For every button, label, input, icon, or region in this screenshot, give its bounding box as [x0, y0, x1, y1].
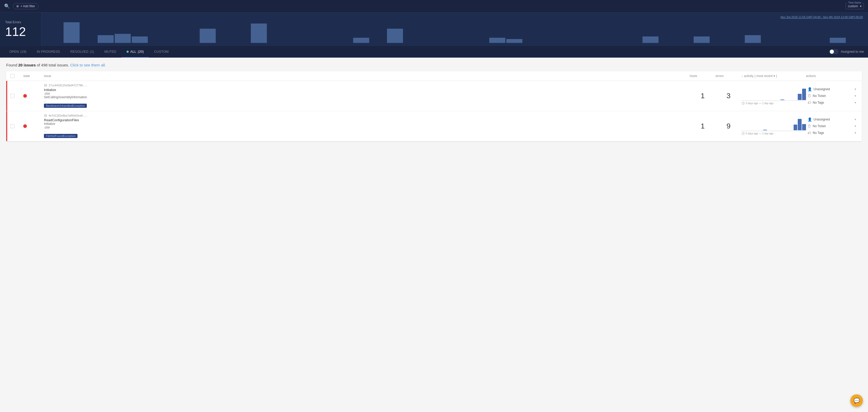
timeframe-selector[interactable]: Time frame custom ▾ — [845, 3, 864, 9]
row1-tags-label: No Tags — [813, 101, 824, 105]
found-count: 20 issues — [18, 63, 36, 67]
spark-bar — [802, 124, 806, 130]
header-state: state — [23, 74, 44, 78]
chevron-down-icon: ▾ — [855, 124, 856, 128]
row1-state-dot — [23, 94, 27, 98]
spark-bar — [780, 99, 784, 100]
row1-checkbox[interactable] — [10, 94, 14, 98]
row2-ticket[interactable]: 🗒 No Ticket ▾ — [806, 123, 858, 129]
row1-dashed-line — [741, 100, 806, 101]
chevron-down-icon: ▾ — [855, 94, 856, 98]
row2-sparkline: 🕐 5 days ago — 1 day ago — [741, 117, 806, 135]
row2-checkbox-cell[interactable] — [10, 124, 23, 128]
add-filter-button[interactable]: ⊕ + Add filter — [13, 3, 38, 9]
bar-chart — [46, 21, 863, 44]
table-row: ID 4efd1182e8ba7a89dd3ea6... ReadConfigu… — [6, 111, 862, 141]
row2-time-range: 🕐 5 days ago — 1 day ago — [741, 132, 806, 135]
chart-date-range[interactable]: Nov 3rd 2018 11:55 GMT-04:00 - Nov 9th 2… — [46, 16, 863, 19]
toggle-knob — [830, 50, 834, 54]
row1-sparkline: 🕐 3 days ago — 1 day ago — [741, 87, 806, 105]
row1-assignee[interactable]: 👤 Unassigned ▾ — [806, 86, 858, 92]
row2-subtitle: Initialize — [44, 122, 690, 126]
ticket-icon: 🗒 — [808, 124, 811, 128]
header-activity[interactable]: ↓ activity ( Most Recent ▾ ) — [741, 74, 806, 78]
nav-tabs: OPEN (19) IN PROGRESS RESOLVED (1) MUTED… — [0, 46, 868, 58]
row1-assignee-label: Unassigned — [813, 87, 830, 91]
row1-time-range: 🕐 3 days ago — 1 day ago — [741, 102, 806, 105]
row2-id: ID 4efd1182e8ba7a89dd3ea6... — [44, 114, 690, 117]
row2-actions: 👤 Unassigned ▾ 🗒 No Ticket ▾ 🏷 No Tags ▾ — [806, 117, 858, 136]
found-prefix: Found — [6, 63, 18, 67]
row1-method: SetCallingAssemblyInformation — [44, 95, 690, 99]
header-checkbox[interactable] — [10, 74, 23, 78]
search-button[interactable]: 🔍 — [4, 3, 10, 9]
tab-open[interactable]: OPEN (19) — [4, 46, 32, 58]
activity-sort-label: ( Most Recent ▾ ) — [754, 74, 777, 78]
row2-id-value: 4efd1182e8ba7a89dd3ea6... — [49, 114, 88, 117]
row1-ticket-label: No Ticket — [813, 94, 826, 98]
found-issues-summary: Found 20 issues of 498 total issues. Cli… — [6, 63, 862, 67]
add-filter-label: + Add filter — [21, 4, 35, 8]
tab-muted[interactable]: MUTED — [99, 46, 121, 58]
row1-tags[interactable]: 🏷 No Tags ▾ — [806, 100, 858, 106]
spark-bar — [763, 130, 767, 130]
row2-issue: ID 4efd1182e8ba7a89dd3ea6... ReadConfigu… — [44, 114, 690, 138]
row2-errors: 9 — [716, 122, 741, 130]
header-hosts: hosts — [690, 74, 716, 78]
select-all-checkbox[interactable] — [10, 74, 14, 78]
id-label: ID — [44, 114, 49, 117]
tab-resolved[interactable]: RESOLVED (1) — [65, 46, 99, 58]
table-row: ID 17ce4410125d3bd4727796... Initialize … — [6, 81, 862, 111]
timeframe-value: custom — [848, 4, 858, 8]
chart-area: Nov 3rd 2018 11:55 GMT-04:00 - Nov 9th 2… — [41, 12, 868, 46]
chevron-down-icon: ▾ — [855, 131, 856, 135]
top-bar: 🔍 ⊕ + Add filter Time frame custom ▾ — [0, 0, 868, 12]
row2-method: .ctor — [44, 126, 690, 129]
row1-checkbox-cell[interactable] — [10, 94, 23, 98]
stats-bar: Total Errors 112 Nov 3rd 2018 11:55 GMT-… — [0, 12, 868, 46]
tab-open-count: (19) — [21, 50, 26, 54]
row2-title[interactable]: ReadConfigurationFiles — [44, 118, 690, 122]
clock-icon: 🕐 — [741, 132, 745, 135]
tab-in-progress[interactable]: IN PROGRESS — [32, 46, 65, 58]
row2-checkbox[interactable] — [10, 124, 14, 128]
row2-tags-label: No Tags — [813, 131, 824, 135]
chevron-down-icon: ▾ — [860, 4, 862, 8]
row2-assignee-label: Unassigned — [813, 118, 830, 121]
tab-custom[interactable]: CUSTOM — [149, 46, 174, 58]
total-errors-label: Total Errors — [5, 21, 36, 24]
tag-icon: 🏷 — [808, 131, 811, 135]
spark-bar — [794, 125, 798, 130]
row2-dashed-line — [741, 131, 806, 131]
row2-more: ... — [44, 129, 690, 133]
ticket-icon: 🗒 — [808, 94, 811, 98]
tab-all-label: ALL — [130, 50, 136, 54]
tag-icon: 🏷 — [808, 100, 811, 105]
click-to-see-all-link[interactable]: Click to see them all. — [70, 63, 106, 67]
row1-title[interactable]: Initialize — [44, 88, 690, 92]
header-errors: errors — [716, 74, 741, 78]
row1-actions: 👤 Unassigned ▾ 🗒 No Ticket ▾ 🏷 No Tags ▾ — [806, 86, 858, 106]
toggle-switch[interactable] — [829, 49, 839, 54]
chevron-down-icon: ▾ — [855, 118, 856, 121]
all-dot — [127, 51, 129, 53]
total-errors-box: Total Errors 112 — [0, 12, 41, 46]
tab-resolved-count: (1) — [90, 50, 94, 54]
row2-assignee[interactable]: 👤 Unassigned ▾ — [806, 117, 858, 122]
assigned-to-me-label: Assigned to me — [841, 50, 864, 54]
row2-tag[interactable]: FileNotFoundException — [44, 134, 78, 138]
row1-subtitle: .ctor — [44, 92, 690, 95]
spark-bar — [802, 89, 806, 100]
row2-tags[interactable]: 🏷 No Tags ▾ — [806, 130, 858, 136]
tab-all[interactable]: ALL (20) — [121, 46, 149, 58]
search-icon: 🔍 — [4, 3, 10, 9]
row1-ticket[interactable]: 🗒 No Ticket ▾ — [806, 93, 858, 99]
timeframe-label: Time frame — [847, 1, 862, 4]
assigned-to-me-toggle[interactable]: Assigned to me — [829, 49, 864, 54]
tab-in-progress-label: IN PROGRESS — [37, 50, 60, 54]
row2-state-dot — [23, 124, 27, 128]
row1-errors: 3 — [716, 92, 741, 100]
row1-hosts: 1 — [690, 92, 716, 100]
row1-tag[interactable]: BacktraceUnhandledException — [44, 104, 87, 108]
user-icon: 👤 — [808, 87, 812, 91]
